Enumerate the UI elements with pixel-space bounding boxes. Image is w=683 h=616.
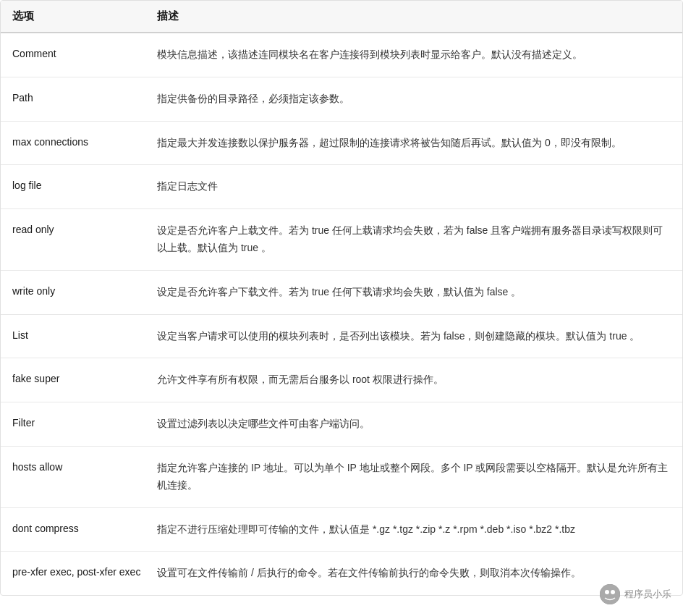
row-option-0: Comment — [12, 46, 157, 59]
table-row: List设定当客户请求可以使用的模块列表时，是否列出该模块。若为 false，则… — [1, 315, 682, 359]
table-row: hosts allow指定允许客户连接的 IP 地址。可以为单个 IP 地址或整… — [1, 447, 682, 508]
table-header: 选项 描述 — [1, 1, 682, 33]
row-desc-2: 指定最大并发连接数以保护服务器，超过限制的连接请求将被告知随后再试。默认值为 0… — [157, 135, 671, 152]
watermark: 程序员小乐 — [600, 584, 671, 596]
watermark-text: 程序员小乐 — [624, 588, 671, 596]
row-option-1: Path — [12, 90, 157, 104]
table-body: Comment模块信息描述，该描述连同模块名在客户连接得到模块列表时显示给客户。… — [1, 33, 682, 595]
svg-point-0 — [600, 584, 620, 596]
row-desc-4: 设定是否允许客户上载文件。若为 true 任何上载请求均会失败，若为 false… — [157, 222, 671, 257]
row-option-8: Filter — [12, 415, 157, 429]
row-desc-9: 指定允许客户连接的 IP 地址。可以为单个 IP 地址或整个网段。多个 IP 或… — [157, 460, 671, 494]
row-desc-5: 设定是否允许客户下载文件。若为 true 任何下载请求均会失败，默认值为 fal… — [157, 284, 671, 301]
header-option: 选项 — [12, 9, 157, 23]
row-desc-6: 设定当客户请求可以使用的模块列表时，是否列出该模块。若为 false，则创建隐藏… — [157, 328, 671, 345]
row-desc-8: 设置过滤列表以决定哪些文件可由客户端访问。 — [157, 415, 671, 433]
row-desc-3: 指定日志文件 — [157, 178, 671, 195]
table-row: Comment模块信息描述，该描述连同模块名在客户连接得到模块列表时显示给客户。… — [1, 33, 682, 77]
table-row: log file指定日志文件 — [1, 165, 682, 209]
row-desc-11: 设置可在文件传输前 / 后执行的命令。若在文件传输前执行的命令失败，则取消本次传… — [157, 565, 671, 582]
table-row: fake super允许文件享有所有权限，而无需后台服务以 root 权限进行操… — [1, 358, 682, 402]
table-row: read only设定是否允许客户上载文件。若为 true 任何上载请求均会失败… — [1, 209, 682, 271]
row-desc-0: 模块信息描述，该描述连同模块名在客户连接得到模块列表时显示给客户。默认没有描述定… — [157, 46, 671, 64]
row-desc-1: 指定供备份的目录路径，必须指定该参数。 — [157, 90, 671, 108]
row-option-9: hosts allow — [12, 460, 157, 473]
row-desc-7: 允许文件享有所有权限，而无需后台服务以 root 权限进行操作。 — [157, 371, 671, 389]
table-row: Path指定供备份的目录路径，必须指定该参数。 — [1, 77, 682, 122]
table-row: max connections指定最大并发连接数以保护服务器，超过限制的连接请求… — [1, 122, 682, 166]
watermark-icon — [600, 584, 620, 596]
header-desc: 描述 — [157, 9, 671, 23]
table-row: pre-xfer exec, post-xfer exec设置可在文件传输前 /… — [1, 552, 682, 595]
row-option-7: fake super — [12, 371, 157, 384]
svg-point-1 — [605, 590, 609, 594]
row-option-2: max connections — [12, 135, 157, 148]
main-table: 选项 描述 Comment模块信息描述，该描述连同模块名在客户连接得到模块列表时… — [0, 0, 683, 596]
table-row: write only设定是否允许客户下载文件。若为 true 任何下载请求均会失… — [1, 271, 682, 315]
row-option-6: List — [12, 328, 157, 341]
table-row: dont compress指定不进行压缩处理即可传输的文件，默认值是 *.gz … — [1, 508, 682, 552]
row-option-11: pre-xfer exec, post-xfer exec — [12, 565, 157, 578]
row-option-3: log file — [12, 178, 157, 191]
row-option-4: read only — [12, 222, 157, 235]
row-option-5: write only — [12, 284, 157, 297]
svg-point-2 — [611, 590, 615, 594]
table-row: Filter设置过滤列表以决定哪些文件可由客户端访问。 — [1, 402, 682, 447]
row-option-10: dont compress — [12, 521, 157, 534]
row-desc-10: 指定不进行压缩处理即可传输的文件，默认值是 *.gz *.tgz *.zip *… — [157, 521, 671, 539]
